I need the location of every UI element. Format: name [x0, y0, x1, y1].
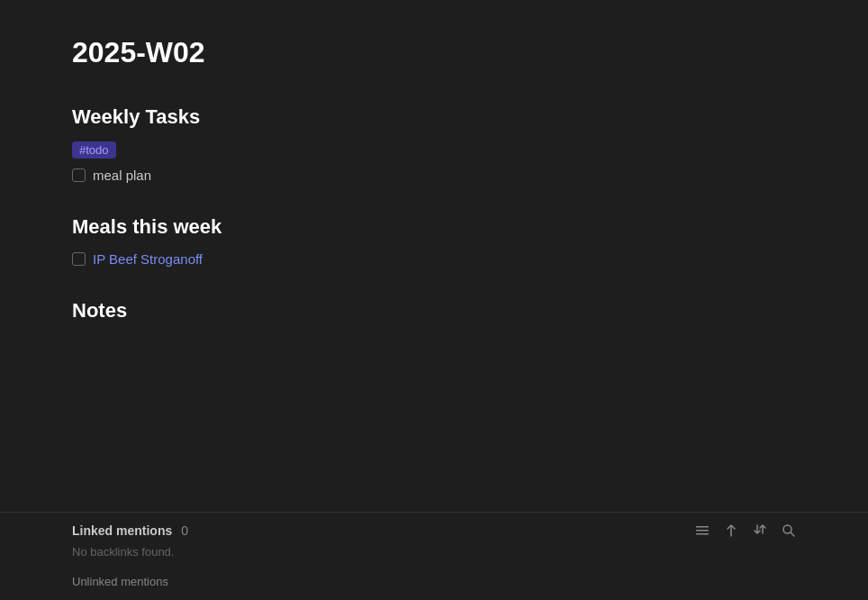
meal-plan-label: meal plan: [93, 168, 151, 183]
no-backlinks-text: No backlinks found.: [72, 545, 796, 559]
notes-section: Notes: [72, 299, 738, 323]
weekly-tasks-section: Weekly Tasks #todo meal plan: [72, 105, 738, 183]
todo-tag[interactable]: #todo: [72, 141, 116, 159]
linked-mentions-label: Linked mentions: [72, 523, 172, 538]
meal-plan-checkbox[interactable]: [72, 168, 86, 182]
svg-line-4: [791, 532, 794, 536]
unlinked-mentions-label: Unlinked mentions: [72, 575, 168, 588]
weekly-tasks-heading: Weekly Tasks: [72, 105, 738, 129]
main-content: 2025-W02 Weekly Tasks #todo meal plan Me…: [0, 0, 810, 391]
list-icon[interactable]: [695, 523, 710, 538]
beef-stroganoff-checkbox[interactable]: [72, 252, 86, 266]
meals-heading: Meals this week: [72, 215, 738, 239]
meal-plan-item: meal plan: [72, 168, 738, 183]
meals-section: Meals this week IP Beef Stroganoff: [72, 215, 738, 267]
notes-heading: Notes: [72, 299, 738, 323]
sort-descending-icon[interactable]: [753, 523, 767, 538]
footer-icons: [695, 523, 796, 538]
search-icon[interactable]: [782, 523, 796, 538]
mentions-count: 0: [181, 523, 188, 538]
beef-stroganoff-link[interactable]: IP Beef Stroganoff: [93, 251, 203, 267]
svg-rect-2: [696, 533, 709, 535]
svg-rect-0: [696, 526, 709, 528]
page-title: 2025-W02: [72, 36, 738, 69]
footer-top: Linked mentions 0: [72, 523, 796, 538]
svg-rect-1: [696, 530, 709, 532]
footer-left: Linked mentions 0: [72, 523, 188, 538]
footer: Linked mentions 0: [0, 512, 868, 600]
beef-stroganoff-item: IP Beef Stroganoff: [72, 251, 738, 267]
sort-ascending-icon[interactable]: [724, 523, 738, 538]
